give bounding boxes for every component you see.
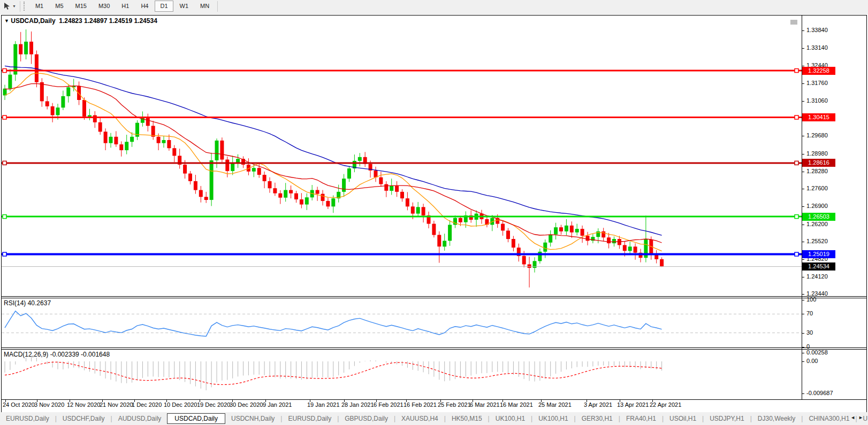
date-label: 19 Dec 2020 [197, 401, 230, 408]
price-line-badge: 1.26503 [802, 213, 835, 221]
price-axis-label: 1.29680 [806, 132, 828, 138]
timeframe-button-d1[interactable]: D1 [155, 1, 173, 12]
chart-tab-usdchf-daily[interactable]: USDCHF,Daily [57, 414, 111, 423]
price-axis-label: 1.31760 [806, 80, 828, 86]
price-axis-tick [802, 206, 804, 207]
price-axis-label: 1.33140 [806, 44, 828, 51]
macd-axis-tick [802, 361, 804, 362]
date-label: 3 Nov 2020 [34, 401, 64, 408]
price-axis-label: 1.31060 [806, 97, 828, 104]
price-axis-tick [802, 189, 804, 189]
chart-tab-usoil-h1[interactable]: USOil,H1 [664, 414, 702, 423]
macd-axis-label: -0.009687 [806, 390, 833, 396]
rsi-label: RSI(14) 40.2637 [4, 299, 51, 307]
mt4-terminal: { "toolbar": { "timeframes": ["M1","M5",… [0, 0, 868, 425]
price-axis-tick [802, 136, 804, 136]
tab-scroll-right-icon[interactable]: ► [858, 415, 866, 420]
chart-tab-dj30-weekly[interactable]: DJ30,Weekly [752, 414, 801, 423]
price-axis-label: 1.27600 [806, 185, 828, 191]
price-axis-label: 1.28280 [806, 168, 828, 174]
rsi-axis-label: 30 [806, 329, 813, 336]
macd-axis-label: 0.00258 [806, 349, 828, 356]
chart-tab-xauusd-h4[interactable]: XAUUSD,H4 [395, 414, 444, 423]
timeframe-button-m5[interactable]: M5 [50, 1, 68, 12]
date-label: 6 Mar 2021 [470, 401, 500, 408]
date-label: 19 Jan 2021 [307, 401, 340, 408]
date-label: 3 Apr 2021 [584, 401, 612, 408]
chart-tab-usdjpy-h1[interactable]: USDJPY,H1 [704, 414, 750, 423]
chart-window: ▼ USDCAD,Daily 1.24823 1.24897 1.24519 1… [1, 15, 867, 413]
price-axis-label: 1.25520 [806, 238, 828, 244]
chart-tab-audusd-daily[interactable]: AUDUSD,Daily [112, 414, 167, 423]
macd-axis-label: 0.00 [806, 358, 818, 364]
macd-pane[interactable] [2, 350, 802, 399]
chart-tab-bar: EURUSD,Daily|USDCHF,Daily|AUDUSD,DailyUS… [0, 412, 868, 425]
chart-tab-china300-h1[interactable]: CHINA300,H1 [803, 414, 855, 423]
chart-tab-usdcad-daily[interactable]: USDCAD,Daily [167, 413, 225, 424]
timeframe-button-h4[interactable]: H4 [135, 1, 154, 12]
rsi-axis-tick [802, 314, 804, 314]
timeframe-button-m1[interactable]: M1 [30, 1, 49, 12]
toolbar-separator [217, 1, 218, 12]
price-line-badge: 1.28616 [802, 159, 835, 167]
price-axis-tick [802, 83, 804, 84]
price-axis-label: 1.26200 [806, 221, 828, 227]
macd-axis-tick [802, 393, 804, 394]
date-label: 9 Jan 2021 [263, 401, 292, 408]
time-axis-line [2, 399, 866, 400]
date-label: 16 Feb 2021 [403, 401, 437, 408]
chart-tab-ger30-h1[interactable]: GER30,H1 [576, 414, 619, 423]
date-label: 1 Dec 2020 [132, 401, 162, 408]
cursor-tool-dropdown-icon[interactable]: ▼ [12, 4, 16, 8]
price-axis-tick [802, 242, 804, 242]
top-toolbar: ▼ M1M5M15M30H1H4D1W1MN [0, 0, 868, 14]
macd-label: MACD(12,26,9) -0.002339 -0.001648 [4, 351, 110, 358]
timeframe-button-w1[interactable]: W1 [174, 1, 194, 12]
price-line-badge: 1.24534 [802, 262, 835, 271]
chart-tab-eurusd-daily[interactable]: EURUSD,Daily [282, 414, 337, 423]
toolbar-grip[interactable] [24, 2, 26, 11]
price-pane[interactable] [2, 16, 802, 296]
date-label: 24 Oct 2020 [3, 401, 35, 408]
chart-tab-uk100-h1[interactable]: UK100,H1 [532, 414, 574, 423]
date-label: 13 Apr 2021 [617, 401, 649, 408]
price-axis-tick [802, 101, 804, 102]
tab-scroll-left-icon[interactable]: ◄ [850, 415, 858, 420]
rsi-axis-label: 100 [806, 296, 816, 303]
timeframe-button-m30[interactable]: M30 [93, 1, 115, 12]
chart-tab-hk50-m15[interactable]: HK50,M15 [446, 414, 488, 423]
rsi-pane[interactable] [2, 298, 802, 347]
price-line-badge: 1.30415 [802, 113, 835, 121]
date-label: 22 Apr 2021 [650, 401, 681, 408]
chart-tab-fra40-h1[interactable]: FRA40,H1 [620, 414, 662, 423]
rsi-axis-label: 70 [806, 310, 813, 316]
price-axis-tick [802, 277, 804, 277]
price-axis-label: 1.28980 [806, 150, 828, 157]
date-label: 30 Dec 2020 [230, 401, 263, 408]
date-label: 25 Feb 2021 [438, 401, 471, 408]
rsi-axis-tick [802, 300, 804, 300]
timeframe-button-m15[interactable]: M15 [70, 1, 92, 12]
chart-tab-usdcnh-daily[interactable]: USDCNH,Daily [225, 414, 280, 423]
price-line-badge: 1.32258 [802, 67, 835, 75]
price-axis-tick [802, 154, 804, 154]
timeframe-button-h1[interactable]: H1 [116, 1, 134, 12]
chart-tab-uk100-h1[interactable]: UK100,H1 [490, 414, 531, 423]
cursor-tool-icon[interactable] [3, 2, 11, 11]
rsi-axis-tick [802, 347, 804, 347]
price-axis-tick [802, 66, 804, 66]
price-axis-tick [802, 48, 804, 49]
price-axis-tick [802, 30, 804, 31]
price-line-badge: 1.25019 [802, 250, 835, 258]
price-axis-label: 1.26900 [806, 203, 828, 209]
timeframe-button-mn[interactable]: MN [195, 1, 215, 12]
date-label: 10 Dec 2020 [164, 401, 197, 408]
date-label: 16 Mar 2021 [500, 401, 533, 408]
date-label: 12 Nov 2020 [67, 401, 100, 408]
toolbar-separator [20, 1, 20, 12]
date-label: 21 Nov 2020 [100, 401, 133, 408]
chart-tab-eurusd-daily[interactable]: EURUSD,Daily [0, 414, 55, 423]
date-label: 25 Mar 2021 [538, 401, 572, 408]
chart-tab-gbpusd-daily[interactable]: GBPUSD,Daily [339, 414, 394, 423]
date-label: 6 Feb 2021 [374, 401, 403, 408]
